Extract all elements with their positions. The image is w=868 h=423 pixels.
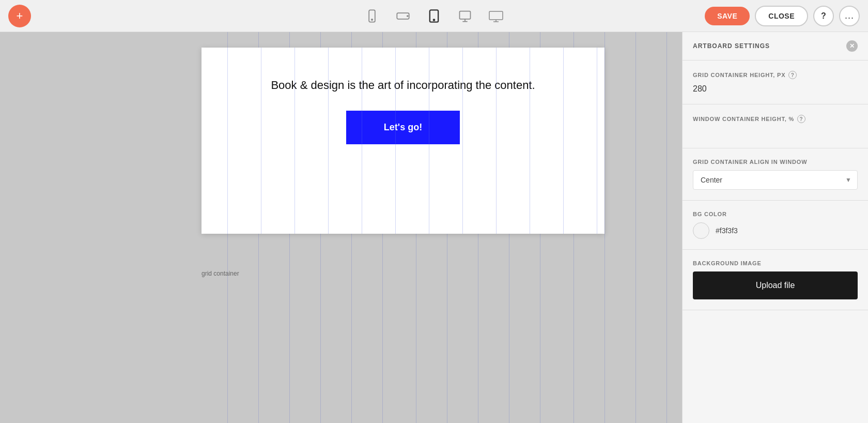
grid-container-height-value[interactable]: 280 bbox=[693, 84, 858, 94]
grid-line bbox=[605, 32, 605, 423]
color-row: #f3f3f3 bbox=[693, 222, 858, 239]
grid-container-height-label: GRID CONTAINER HEIGHT, PX ? bbox=[693, 71, 858, 79]
grid-line bbox=[667, 32, 667, 423]
color-value: #f3f3f3 bbox=[716, 226, 738, 235]
device-desktop-small-icon[interactable] bbox=[456, 7, 474, 25]
grid-container-align-section: GRID CONTAINER ALIGN IN WINDOW Center Le… bbox=[683, 148, 868, 201]
grid-container-align-select[interactable]: Center Left Right bbox=[693, 170, 858, 190]
background-image-section: BACKGROUND IMAGE Upload file bbox=[683, 250, 868, 310]
window-container-height-section: WINDOW CONTAINER HEIGHT, % ? bbox=[683, 104, 868, 148]
artboard-text: Book & design is the art of incorporatin… bbox=[222, 79, 584, 92]
grid-container-height-section: GRID CONTAINER HEIGHT, PX ? 280 bbox=[683, 61, 868, 104]
svg-point-5 bbox=[433, 19, 435, 20]
toolbar: + bbox=[0, 0, 868, 32]
svg-point-1 bbox=[371, 19, 373, 20]
grid-line bbox=[636, 32, 636, 423]
panel-close-button[interactable]: ✕ bbox=[846, 40, 858, 52]
device-tablet-icon[interactable] bbox=[425, 7, 443, 25]
bg-color-section: BG COLOR #f3f3f3 bbox=[683, 201, 868, 250]
help-button[interactable]: ? bbox=[813, 6, 834, 26]
toolbar-left: + bbox=[8, 5, 31, 27]
bg-color-label: BG COLOR bbox=[693, 211, 858, 217]
toolbar-center bbox=[363, 7, 505, 25]
grid-container-label: grid container bbox=[202, 270, 239, 277]
more-button[interactable]: ... bbox=[839, 6, 860, 26]
grid-container-align-wrapper: Center Left Right ▼ bbox=[693, 170, 858, 190]
window-container-height-label: WINDOW CONTAINER HEIGHT, % ? bbox=[693, 115, 858, 123]
upload-file-button[interactable]: Upload file bbox=[693, 271, 858, 299]
color-swatch[interactable] bbox=[693, 222, 709, 239]
panel-title: ARTBOARD SETTINGS bbox=[693, 42, 770, 50]
main-area: Book & design is the art of incorporatin… bbox=[0, 32, 868, 423]
grid-container-align-label: GRID CONTAINER ALIGN IN WINDOW bbox=[693, 159, 858, 165]
add-button[interactable]: + bbox=[8, 5, 31, 27]
artboard: Book & design is the art of incorporatin… bbox=[202, 48, 605, 234]
panel-header: ARTBOARD SETTINGS ✕ bbox=[683, 32, 868, 61]
toolbar-right: SAVE CLOSE ? ... bbox=[705, 6, 860, 26]
background-image-label: BACKGROUND IMAGE bbox=[693, 260, 858, 266]
window-container-height-help-icon[interactable]: ? bbox=[797, 115, 805, 123]
cta-button[interactable]: Let's go! bbox=[346, 111, 460, 144]
device-tablet-landscape-icon[interactable] bbox=[394, 7, 412, 25]
svg-rect-7 bbox=[489, 11, 503, 20]
svg-point-3 bbox=[407, 16, 408, 17]
svg-rect-6 bbox=[460, 11, 471, 19]
device-mobile-icon[interactable] bbox=[363, 7, 381, 25]
artboard-content: Book & design is the art of incorporatin… bbox=[202, 48, 605, 234]
save-button[interactable]: SAVE bbox=[705, 7, 750, 25]
grid-container-height-help-icon[interactable]: ? bbox=[788, 71, 797, 79]
canvas: Book & design is the art of incorporatin… bbox=[0, 32, 682, 423]
close-button[interactable]: CLOSE bbox=[755, 6, 808, 26]
window-container-height-input[interactable] bbox=[693, 128, 858, 138]
right-panel: ARTBOARD SETTINGS ✕ GRID CONTAINER HEIGH… bbox=[682, 32, 868, 423]
device-desktop-icon[interactable] bbox=[487, 7, 505, 25]
